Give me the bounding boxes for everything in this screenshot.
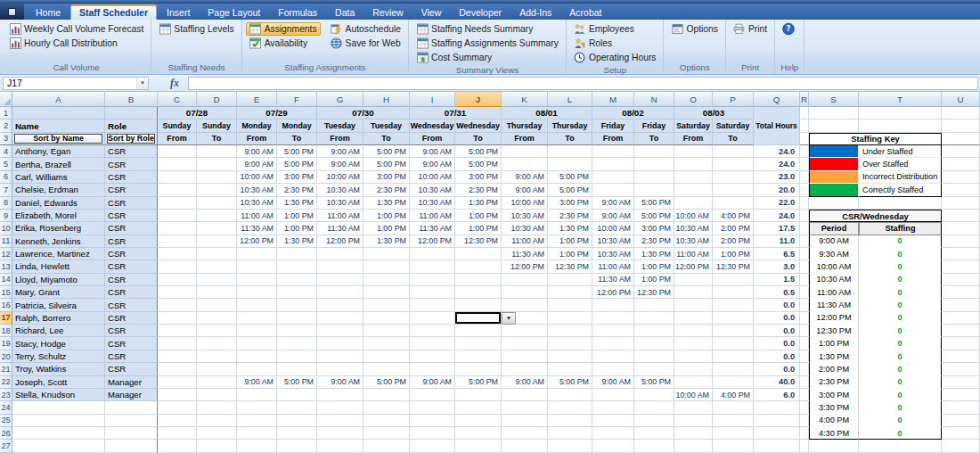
- schedule-time-cell[interactable]: [713, 376, 754, 389]
- schedule-time-cell[interactable]: [713, 145, 754, 158]
- schedule-time-cell[interactable]: [548, 401, 592, 414]
- schedule-time-cell[interactable]: 10:00 AM: [502, 197, 548, 210]
- assignments-button[interactable]: Assignments: [246, 22, 321, 36]
- employee-role-cell[interactable]: CSR: [105, 235, 158, 248]
- total-hours-cell[interactable]: 6.5: [754, 248, 800, 260]
- schedule-time-cell[interactable]: [548, 350, 592, 363]
- cell[interactable]: [942, 286, 980, 299]
- schedule-time-cell[interactable]: 12:00 PM: [674, 260, 713, 273]
- cell[interactable]: [800, 325, 809, 337]
- schedule-time-cell[interactable]: 5:00 PM: [363, 376, 410, 389]
- schedule-time-cell[interactable]: [713, 171, 754, 184]
- cell[interactable]: [800, 312, 809, 325]
- row-header-24[interactable]: 24: [0, 401, 12, 414]
- name-column-header-cell[interactable]: Name: [12, 119, 105, 132]
- schedule-time-cell[interactable]: [713, 401, 754, 414]
- options-button[interactable]: Options: [667, 22, 722, 36]
- schedule-time-cell[interactable]: [237, 299, 277, 311]
- cell[interactable]: [800, 427, 809, 440]
- schedule-time-cell[interactable]: [158, 389, 197, 401]
- cell[interactable]: [942, 222, 980, 235]
- day-header-cell[interactable]: Monday: [277, 119, 317, 132]
- schedule-time-cell[interactable]: 11:00 AM: [592, 260, 634, 273]
- schedule-time-cell[interactable]: [197, 184, 237, 196]
- employee-role-cell[interactable]: Manager: [105, 389, 158, 401]
- schedule-time-cell[interactable]: [548, 363, 592, 375]
- day-header-cell[interactable]: Saturday: [674, 119, 713, 132]
- schedule-time-cell[interactable]: [317, 325, 363, 337]
- schedule-time-cell[interactable]: 9:00 AM: [237, 158, 277, 170]
- row-header-8[interactable]: 8: [0, 197, 12, 210]
- total-hours-cell[interactable]: 0.0: [754, 337, 800, 350]
- schedule-time-cell[interactable]: 9:00 AM: [237, 145, 277, 158]
- name-box[interactable]: J17 ▾: [3, 77, 149, 90]
- schedule-time-cell[interactable]: [455, 440, 502, 452]
- schedule-time-cell[interactable]: 9:00 AM: [502, 376, 548, 389]
- total-hours-cell[interactable]: 0.0: [754, 350, 800, 363]
- from-to-header-cell[interactable]: To: [363, 133, 410, 145]
- total-hours-cell[interactable]: 1.5: [754, 274, 800, 286]
- schedule-time-cell[interactable]: [363, 440, 410, 452]
- employee-role-cell[interactable]: CSR: [105, 286, 158, 299]
- schedule-time-cell[interactable]: [237, 274, 277, 286]
- date-header-cell[interactable]: 08/03: [674, 107, 754, 119]
- schedule-time-cell[interactable]: 5:00 PM: [634, 210, 674, 222]
- schedule-time-cell[interactable]: [197, 210, 237, 222]
- formula-input[interactable]: [188, 77, 978, 90]
- employee-name-cell[interactable]: Terry, Schultz: [12, 350, 105, 363]
- schedule-time-cell[interactable]: [363, 415, 410, 427]
- column-header-u[interactable]: U: [942, 92, 980, 107]
- schedule-time-cell[interactable]: 12:00 PM: [317, 235, 363, 248]
- schedule-time-cell[interactable]: [363, 274, 410, 286]
- employee-name-cell[interactable]: Richard, Lee: [12, 325, 105, 337]
- cell[interactable]: [800, 171, 809, 184]
- schedule-time-cell[interactable]: 10:30 AM: [674, 222, 713, 235]
- schedule-time-cell[interactable]: 9:00 AM: [410, 145, 455, 158]
- schedule-time-cell[interactable]: [317, 350, 363, 363]
- schedule-time-cell[interactable]: 9:00 AM: [317, 376, 363, 389]
- schedule-time-cell[interactable]: [317, 274, 363, 286]
- row-header-18[interactable]: 18: [0, 325, 12, 337]
- schedule-time-cell[interactable]: 10:00 AM: [317, 171, 363, 184]
- select-all-button[interactable]: [0, 92, 12, 107]
- cell[interactable]: [12, 427, 105, 440]
- cell[interactable]: [800, 440, 809, 452]
- schedule-time-cell[interactable]: [455, 248, 502, 260]
- schedule-time-cell[interactable]: [158, 312, 197, 325]
- schedule-time-cell[interactable]: 5:00 PM: [455, 158, 502, 170]
- schedule-time-cell[interactable]: [197, 145, 237, 158]
- row-header-27[interactable]: 27: [0, 440, 12, 452]
- save-for-web-button[interactable]: Save for Web: [327, 37, 404, 50]
- employee-role-cell[interactable]: CSR: [105, 274, 158, 286]
- total-hours-cell[interactable]: 0.0: [754, 363, 800, 375]
- schedule-time-cell[interactable]: [410, 350, 455, 363]
- employee-role-cell[interactable]: CSR: [105, 197, 158, 210]
- schedule-time-cell[interactable]: [410, 312, 455, 325]
- schedule-time-cell[interactable]: [197, 363, 237, 375]
- tab-formulas[interactable]: Formulas: [270, 5, 325, 20]
- date-header-cell[interactable]: 08/01: [502, 107, 592, 119]
- cell[interactable]: [942, 248, 980, 260]
- schedule-time-cell[interactable]: 11:00 AM: [674, 248, 713, 260]
- schedule-time-cell[interactable]: [502, 286, 548, 299]
- cell[interactable]: [942, 363, 980, 375]
- schedule-time-cell[interactable]: 11:30 AM: [592, 274, 634, 286]
- employee-role-cell[interactable]: CSR: [105, 260, 158, 273]
- column-header-t[interactable]: T: [859, 92, 942, 107]
- employee-name-cell[interactable]: Kenneth, Jenkins: [12, 235, 105, 248]
- cell[interactable]: [942, 337, 980, 350]
- staffing-assignments-summary-button[interactable]: Staffing Assignments Summary: [412, 37, 562, 50]
- tab-view[interactable]: View: [413, 5, 450, 20]
- schedule-time-cell[interactable]: [317, 312, 363, 325]
- cell[interactable]: [800, 235, 809, 248]
- from-to-header-cell[interactable]: To: [713, 133, 754, 145]
- schedule-time-cell[interactable]: [410, 440, 455, 452]
- row-header-25[interactable]: 25: [0, 415, 12, 427]
- schedule-time-cell[interactable]: [197, 286, 237, 299]
- schedule-time-cell[interactable]: [592, 427, 634, 440]
- employee-role-cell[interactable]: CSR: [105, 337, 158, 350]
- total-hours-cell[interactable]: 3.0: [754, 260, 800, 273]
- schedule-time-cell[interactable]: [502, 145, 548, 158]
- schedule-time-cell[interactable]: 5:00 PM: [548, 184, 592, 196]
- cell[interactable]: [12, 440, 105, 452]
